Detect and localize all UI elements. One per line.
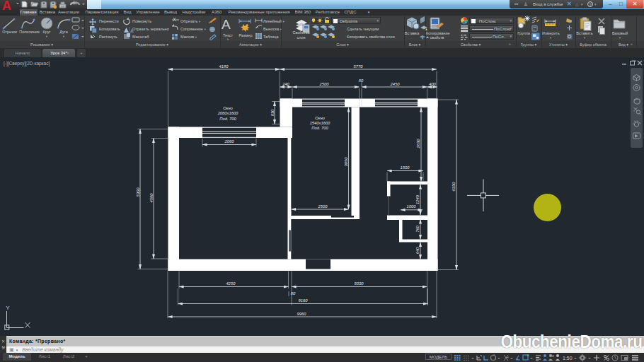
svg-text:400: 400 <box>429 82 436 86</box>
svg-text:9960: 9960 <box>297 312 307 316</box>
svg-text:1240: 1240 <box>415 194 420 204</box>
svg-text:Окно: Окно <box>223 106 233 110</box>
svg-text:1500: 1500 <box>401 165 410 170</box>
svg-text:Под. 700: Под. 700 <box>311 126 328 130</box>
svg-text:240: 240 <box>282 82 289 86</box>
svg-text:4580: 4580 <box>149 193 154 203</box>
svg-text:6330: 6330 <box>452 182 456 192</box>
svg-text:830: 830 <box>270 109 275 116</box>
svg-text:5300: 5300 <box>136 187 140 197</box>
svg-text:640: 640 <box>415 247 420 254</box>
svg-text:2500: 2500 <box>319 82 330 86</box>
svg-text:2450: 2450 <box>390 82 401 86</box>
svg-text:Под. 700: Под. 700 <box>219 117 236 121</box>
svg-text:Окно: Окно <box>315 116 325 120</box>
svg-text:1:50: 1:50 <box>563 356 573 361</box>
svg-text:80: 80 <box>359 78 364 83</box>
svg-text:А: А <box>222 17 231 32</box>
svg-text:4180: 4180 <box>219 64 229 69</box>
svg-text:3850: 3850 <box>344 157 348 167</box>
svg-text:760: 760 <box>415 225 420 232</box>
svg-text:1540х1600: 1540х1600 <box>310 121 330 125</box>
svg-text:2500: 2500 <box>318 204 328 209</box>
svg-text:2630: 2630 <box>416 139 420 149</box>
svg-text:80: 80 <box>291 291 296 296</box>
svg-text:4250: 4250 <box>226 281 236 286</box>
svg-text:Y: Y <box>6 305 10 311</box>
svg-text:5030: 5030 <box>355 281 364 286</box>
svg-text:2060х1600: 2060х1600 <box>217 111 238 115</box>
svg-text:2060: 2060 <box>224 139 235 144</box>
svg-text:[-][Сверху][2D-каркас]: [-][Сверху][2D-каркас] <box>4 61 50 66</box>
svg-text:9160: 9160 <box>299 298 309 303</box>
svg-text:5770: 5770 <box>354 64 364 69</box>
